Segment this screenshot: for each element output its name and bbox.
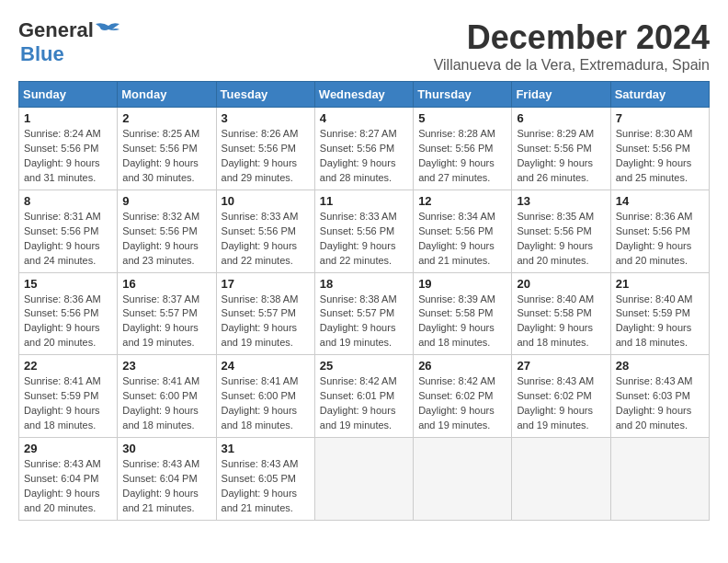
- calendar-day-cell: 31Sunrise: 8:43 AMSunset: 6:05 PMDayligh…: [216, 438, 314, 521]
- calendar-day-cell: 20Sunrise: 8:40 AMSunset: 5:58 PMDayligh…: [512, 272, 610, 355]
- calendar-day-cell: 21Sunrise: 8:40 AMSunset: 5:59 PMDayligh…: [610, 272, 709, 355]
- day-number: 3: [222, 111, 310, 125]
- day-detail: Sunrise: 8:41 AMSunset: 6:00 PMDaylight:…: [222, 374, 310, 433]
- day-number: 23: [122, 359, 210, 373]
- calendar-week-row: 1Sunrise: 8:24 AMSunset: 5:56 PMDaylight…: [19, 108, 710, 190]
- day-detail: Sunrise: 8:30 AMSunset: 5:56 PMDaylight:…: [616, 127, 704, 186]
- day-detail: Sunrise: 8:33 AMSunset: 5:56 PMDaylight:…: [320, 210, 408, 269]
- day-number: 13: [517, 194, 605, 208]
- day-number: 7: [616, 111, 704, 125]
- calendar-day-cell: 27Sunrise: 8:43 AMSunset: 6:02 PMDayligh…: [512, 355, 610, 438]
- calendar-day-cell: 19Sunrise: 8:39 AMSunset: 5:58 PMDayligh…: [414, 272, 512, 355]
- calendar-day-cell: 11Sunrise: 8:33 AMSunset: 5:56 PMDayligh…: [314, 190, 413, 272]
- day-detail: Sunrise: 8:34 AMSunset: 5:56 PMDaylight:…: [418, 210, 506, 269]
- calendar-day-cell: 7Sunrise: 8:30 AMSunset: 5:56 PMDaylight…: [610, 108, 709, 190]
- day-detail: Sunrise: 8:32 AMSunset: 5:56 PMDaylight:…: [122, 210, 210, 269]
- calendar-day-cell: 30Sunrise: 8:43 AMSunset: 6:04 PMDayligh…: [118, 438, 216, 521]
- calendar-day-cell: 3Sunrise: 8:26 AMSunset: 5:56 PMDaylight…: [216, 108, 314, 190]
- calendar-day-cell: 6Sunrise: 8:29 AMSunset: 5:56 PMDaylight…: [512, 108, 610, 190]
- weekday-header-sunday: Sunday: [19, 82, 118, 108]
- title-section: December 2024 Villanueva de la Vera, Ext…: [434, 18, 710, 74]
- calendar-day-cell: 22Sunrise: 8:41 AMSunset: 5:59 PMDayligh…: [19, 355, 118, 438]
- day-number: 2: [122, 111, 210, 125]
- day-detail: Sunrise: 8:31 AMSunset: 5:56 PMDaylight:…: [24, 210, 112, 269]
- calendar-day-cell: [314, 438, 413, 521]
- calendar-day-cell: 1Sunrise: 8:24 AMSunset: 5:56 PMDaylight…: [19, 108, 118, 190]
- day-number: 16: [122, 277, 210, 291]
- day-number: 9: [122, 194, 210, 208]
- day-detail: Sunrise: 8:26 AMSunset: 5:56 PMDaylight:…: [222, 127, 310, 186]
- day-number: 17: [222, 277, 310, 291]
- location-title: Villanueva de la Vera, Extremadura, Spai…: [434, 57, 710, 74]
- day-detail: Sunrise: 8:35 AMSunset: 5:56 PMDaylight:…: [517, 210, 605, 269]
- calendar-day-cell: 29Sunrise: 8:43 AMSunset: 6:04 PMDayligh…: [19, 438, 118, 521]
- day-detail: Sunrise: 8:29 AMSunset: 5:56 PMDaylight:…: [517, 127, 605, 186]
- day-number: 31: [222, 442, 310, 455]
- page-header: General Blue December 2024 Villanueva de…: [18, 18, 710, 74]
- calendar-week-row: 29Sunrise: 8:43 AMSunset: 6:04 PMDayligh…: [19, 438, 710, 521]
- day-detail: Sunrise: 8:37 AMSunset: 5:57 PMDaylight:…: [122, 293, 210, 351]
- day-detail: Sunrise: 8:28 AMSunset: 5:56 PMDaylight:…: [418, 127, 506, 186]
- day-detail: Sunrise: 8:40 AMSunset: 5:59 PMDaylight:…: [616, 293, 704, 351]
- day-number: 30: [122, 442, 210, 455]
- weekday-header-friday: Friday: [512, 82, 610, 108]
- day-detail: Sunrise: 8:43 AMSunset: 6:03 PMDaylight:…: [616, 374, 704, 433]
- day-detail: Sunrise: 8:42 AMSunset: 6:01 PMDaylight:…: [320, 374, 408, 433]
- day-number: 22: [24, 359, 112, 373]
- day-detail: Sunrise: 8:43 AMSunset: 6:02 PMDaylight:…: [517, 374, 605, 433]
- day-detail: Sunrise: 8:41 AMSunset: 6:00 PMDaylight:…: [122, 374, 210, 433]
- calendar-week-row: 22Sunrise: 8:41 AMSunset: 5:59 PMDayligh…: [19, 355, 710, 438]
- day-number: 15: [24, 277, 112, 291]
- weekday-header-tuesday: Tuesday: [216, 82, 314, 108]
- logo-text-general: General: [18, 18, 94, 42]
- day-number: 28: [616, 359, 704, 373]
- day-number: 10: [222, 194, 310, 208]
- calendar-day-cell: 13Sunrise: 8:35 AMSunset: 5:56 PMDayligh…: [512, 190, 610, 272]
- calendar-header-row: SundayMondayTuesdayWednesdayThursdayFrid…: [19, 82, 710, 108]
- day-detail: Sunrise: 8:43 AMSunset: 6:04 PMDaylight:…: [122, 457, 210, 516]
- calendar-day-cell: 10Sunrise: 8:33 AMSunset: 5:56 PMDayligh…: [216, 190, 314, 272]
- day-number: 8: [24, 194, 112, 208]
- day-detail: Sunrise: 8:43 AMSunset: 6:05 PMDaylight:…: [222, 457, 310, 516]
- day-number: 29: [24, 442, 112, 455]
- calendar-day-cell: 4Sunrise: 8:27 AMSunset: 5:56 PMDaylight…: [314, 108, 413, 190]
- day-detail: Sunrise: 8:36 AMSunset: 5:56 PMDaylight:…: [616, 210, 704, 269]
- day-number: 24: [222, 359, 310, 373]
- calendar-day-cell: 15Sunrise: 8:36 AMSunset: 5:56 PMDayligh…: [19, 272, 118, 355]
- weekday-header-saturday: Saturday: [610, 82, 709, 108]
- calendar-day-cell: 5Sunrise: 8:28 AMSunset: 5:56 PMDaylight…: [414, 108, 512, 190]
- day-number: 19: [418, 277, 506, 291]
- day-number: 1: [24, 111, 112, 125]
- calendar-day-cell: 16Sunrise: 8:37 AMSunset: 5:57 PMDayligh…: [118, 272, 216, 355]
- weekday-header-wednesday: Wednesday: [314, 82, 413, 108]
- calendar-week-row: 15Sunrise: 8:36 AMSunset: 5:56 PMDayligh…: [19, 272, 710, 355]
- calendar-day-cell: 26Sunrise: 8:42 AMSunset: 6:02 PMDayligh…: [414, 355, 512, 438]
- calendar-day-cell: [414, 438, 512, 521]
- day-detail: Sunrise: 8:27 AMSunset: 5:56 PMDaylight:…: [320, 127, 408, 186]
- day-detail: Sunrise: 8:41 AMSunset: 5:59 PMDaylight:…: [24, 374, 112, 433]
- calendar-day-cell: [610, 438, 709, 521]
- logo: General Blue: [18, 18, 121, 66]
- day-detail: Sunrise: 8:38 AMSunset: 5:57 PMDaylight:…: [320, 293, 408, 351]
- day-number: 4: [320, 111, 408, 125]
- weekday-header-thursday: Thursday: [414, 82, 512, 108]
- day-number: 12: [418, 194, 506, 208]
- day-number: 26: [418, 359, 506, 373]
- calendar-day-cell: 23Sunrise: 8:41 AMSunset: 6:00 PMDayligh…: [118, 355, 216, 438]
- day-detail: Sunrise: 8:43 AMSunset: 6:04 PMDaylight:…: [24, 457, 112, 516]
- weekday-header-monday: Monday: [118, 82, 216, 108]
- calendar-day-cell: [512, 438, 610, 521]
- logo-text-blue: Blue: [20, 42, 64, 66]
- day-detail: Sunrise: 8:38 AMSunset: 5:57 PMDaylight:…: [222, 293, 310, 351]
- day-number: 27: [517, 359, 605, 373]
- day-number: 6: [517, 111, 605, 125]
- day-detail: Sunrise: 8:39 AMSunset: 5:58 PMDaylight:…: [418, 293, 506, 351]
- calendar-day-cell: 12Sunrise: 8:34 AMSunset: 5:56 PMDayligh…: [414, 190, 512, 272]
- day-detail: Sunrise: 8:24 AMSunset: 5:56 PMDaylight:…: [24, 127, 112, 186]
- calendar-day-cell: 14Sunrise: 8:36 AMSunset: 5:56 PMDayligh…: [610, 190, 709, 272]
- calendar-day-cell: 28Sunrise: 8:43 AMSunset: 6:03 PMDayligh…: [610, 355, 709, 438]
- day-detail: Sunrise: 8:40 AMSunset: 5:58 PMDaylight:…: [517, 293, 605, 351]
- day-number: 11: [320, 194, 408, 208]
- logo-bird-icon: [96, 22, 121, 39]
- day-number: 18: [320, 277, 408, 291]
